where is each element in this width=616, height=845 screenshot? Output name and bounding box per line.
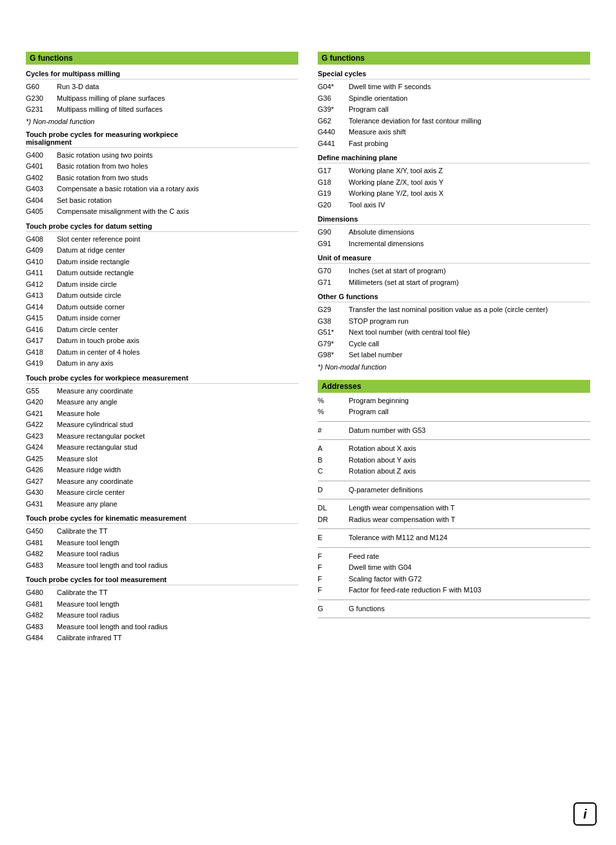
list-item: G402Basic rotation from two studs [26, 172, 298, 183]
addresses-header: Addresses [318, 380, 590, 393]
subsection-datum: Touch probe cycles for datum setting [26, 222, 298, 232]
note-nonmodal2: *) Non-modal function [318, 363, 590, 371]
subsection-unit: Unit of measure [318, 254, 590, 264]
list-item: CRotation about Z axis [318, 466, 590, 477]
list-item: G62Tolerance deviation for fast contour … [318, 116, 590, 127]
right-column: G functions Special cycles G04*Dwell tim… [318, 52, 590, 644]
list-item: G430Measure circle center [26, 487, 298, 498]
list-item: G481Measure tool length [26, 537, 298, 548]
list-item: G39*Program call [318, 104, 590, 115]
right-header: G functions [318, 52, 590, 65]
list-item: G90Absolute dimensions [318, 227, 590, 238]
list-item: G426Measure ridge width [26, 464, 298, 475]
list-item: FFactor for feed-rate reduction F with M… [318, 585, 590, 596]
list-item: G412Datum inside circle [26, 279, 298, 290]
list-item: G418Datum in center of 4 holes [26, 347, 298, 358]
list-item: G405Compensate misalignment with the C a… [26, 206, 298, 217]
addresses-section: Addresses %Program beginning %Program ca… [318, 380, 590, 619]
list-item: G98*Set label number [318, 349, 590, 360]
list-item: G401Basic rotation from two holes [26, 161, 298, 172]
list-item: G230 Multipass milling of plane surfaces [26, 93, 298, 104]
list-item: G36Spindle orientation [318, 93, 590, 104]
list-item: G20Tool axis IV [318, 200, 590, 211]
list-item: G415Datum inside corner [26, 313, 298, 324]
note-nonmodal1: *) Non-modal function [26, 118, 298, 125]
list-item: G482Measure tool radius [26, 548, 298, 559]
list-item: GG functions [318, 603, 590, 614]
list-item: ETolerance with M112 and M124 [318, 532, 590, 543]
main-content: G functions Cycles for multipass milling… [26, 52, 590, 644]
list-item: G408Slot center reference point [26, 234, 298, 245]
subsection-workpiece: Touch probe cycles for workpiece measure… [26, 374, 298, 384]
subsection-multipass: Cycles for multipass milling [26, 70, 298, 79]
address-block-f: FFeed rate FDwell time with G04 FScaling… [318, 551, 590, 596]
list-item: G427Measure any coordinate [26, 476, 298, 487]
list-item: DLLength wear compensation with T [318, 503, 590, 514]
list-item: DQ-parameter definitions [318, 485, 590, 496]
list-item: G419Datum in any axis [26, 358, 298, 369]
address-block-hash: #Datum number with G53 [318, 425, 590, 436]
address-block-d: DQ-parameter definitions [318, 485, 590, 496]
list-item: G421Measure hole [26, 408, 298, 419]
list-item: G231 Multipass milling of tilted surface… [26, 104, 298, 115]
list-item: G29Transfer the last nominal position va… [318, 304, 590, 315]
list-item: G482Measure tool radius [26, 610, 298, 621]
list-item: G60 Run 3-D data [26, 81, 298, 92]
list-item: BRotation about Y axis [318, 455, 590, 466]
list-item: G424Measure rectangular stud [26, 442, 298, 453]
list-item: FDwell time with G04 [318, 562, 590, 573]
subsection-other-g: Other G functions [318, 293, 590, 302]
subsection-misalignment: Touch probe cycles for measuring workpie… [26, 130, 298, 148]
list-item: %Program call [318, 406, 590, 417]
subsection-machining-plane: Define machining plane [318, 154, 590, 163]
list-item: G431Measure any plane [26, 499, 298, 510]
list-item: G55Measure any coordinate [26, 386, 298, 397]
list-item: G483Measure tool length and tool radius [26, 621, 298, 632]
list-item: G423Measure rectangular pocket [26, 431, 298, 442]
list-item: %Program beginning [318, 395, 590, 406]
list-item: G481Measure tool length [26, 599, 298, 610]
left-header: G functions [26, 52, 298, 65]
list-item: G425Measure slot [26, 454, 298, 464]
list-item: ARotation about X axis [318, 443, 590, 454]
address-block-e: ETolerance with M112 and M124 [318, 532, 590, 543]
list-item: G70Inches (set at start of program) [318, 266, 590, 276]
list-item: G414Datum outside corner [26, 302, 298, 313]
list-item: G480Calibrate the TT [26, 587, 298, 598]
list-item: FScaling factor with G72 [318, 574, 590, 585]
list-item: G483Measure tool length and tool radius [26, 560, 298, 571]
left-column: G functions Cycles for multipass milling… [26, 52, 298, 644]
list-item: FFeed rate [318, 551, 590, 562]
subsection-kinematic: Touch probe cycles for kinematic measure… [26, 514, 298, 524]
list-item: G416Datum circle center [26, 324, 298, 335]
list-item: G422Measure cylindrical stud [26, 419, 298, 430]
list-item: G18Working plane Z/X, tool axis Y [318, 177, 590, 188]
list-item: G409Datum at ridge center [26, 245, 298, 256]
list-item: G19Working plane Y/Z, tool axis X [318, 188, 590, 199]
list-item: G38STOP program run [318, 316, 590, 327]
address-block-dldr: DLLength wear compensation with T DRRadi… [318, 503, 590, 525]
list-item: G400Basic rotation using two points [26, 150, 298, 161]
list-item: G51*Next tool number (with central tool … [318, 327, 590, 338]
list-item: G410Datum inside rectangle [26, 256, 298, 267]
list-item: G484Calibrate infrared TT [26, 632, 298, 643]
subsection-dimensions: Dimensions [318, 215, 590, 225]
subsection-special: Special cycles [318, 70, 590, 79]
info-badge: i [573, 802, 597, 826]
list-item: #Datum number with G53 [318, 425, 590, 436]
list-item: G450Calibrate the TT [26, 526, 298, 537]
list-item: G91Incremental dimensions [318, 238, 590, 249]
list-item: G413Datum outside circle [26, 290, 298, 301]
list-item: DRRadius wear compensation with T [318, 514, 590, 525]
list-item: G441Fast probing [318, 138, 590, 149]
list-item: G71Millimeters (set at start of program) [318, 277, 590, 288]
list-item: G411Datum outside rectangle [26, 267, 298, 278]
list-item: G420Measure any angle [26, 397, 298, 408]
list-item: G79*Cycle call [318, 339, 590, 349]
list-item: G404Set basic rotation [26, 195, 298, 206]
address-block-percent: %Program beginning %Program call [318, 395, 590, 417]
address-block-abc: ARotation about X axis BRotation about Y… [318, 443, 590, 477]
list-item: G403Compensate a basic rotation via a ro… [26, 183, 298, 194]
list-item: G417Datum in touch probe axis [26, 335, 298, 346]
list-item: G440Measure axis shift [318, 127, 590, 138]
